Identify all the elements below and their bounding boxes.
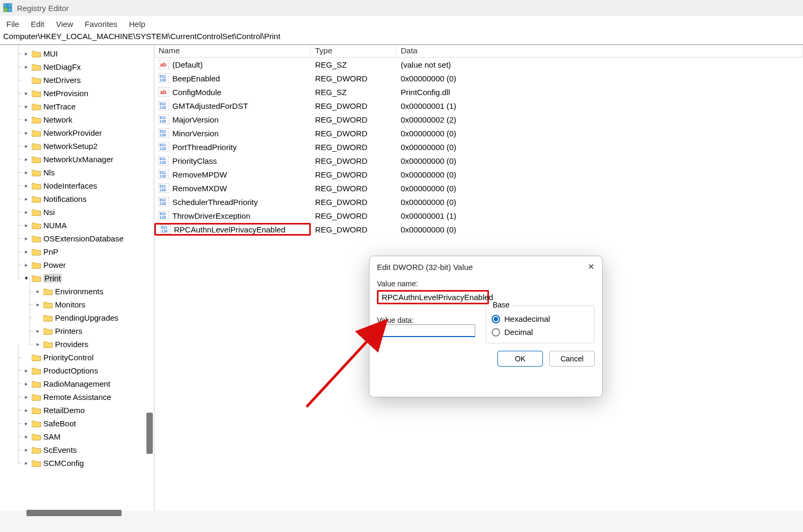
- tree-item-notifications[interactable]: Notifications: [5, 192, 154, 206]
- address-bar[interactable]: Computer\HKEY_LOCAL_MACHINE\SYSTEM\Curre…: [0, 32, 803, 44]
- value-row[interactable]: RemoveMXDWREG_DWORD0x00000000 (0): [154, 181, 803, 195]
- tree-item-osextensiondatabase[interactable]: OSExtensionDatabase: [5, 232, 154, 245]
- chevron-right-icon[interactable]: [23, 63, 30, 70]
- tree-item-monitors[interactable]: Monitors: [5, 298, 154, 311]
- radio-hexadecimal[interactable]: Hexadecimal: [492, 314, 589, 323]
- tree-item-prioritycontrol[interactable]: PriorityControl: [5, 351, 154, 364]
- base-group: Base Hexadecimal Decimal: [486, 305, 595, 343]
- tree-item-netdrivers[interactable]: NetDrivers: [5, 73, 154, 87]
- tree-item-numa[interactable]: NUMA: [5, 219, 154, 232]
- menu-file[interactable]: File: [6, 20, 19, 29]
- value-row[interactable]: ConfigModuleREG_SZPrintConfig.dll: [154, 85, 803, 99]
- tree-item-radiomanagement[interactable]: RadioManagement: [5, 377, 154, 390]
- valuedata-input[interactable]: [377, 324, 475, 337]
- tree-item-print[interactable]: Print: [5, 272, 154, 285]
- col-data[interactable]: Data: [396, 45, 803, 57]
- tree-item-label: ScEvents: [43, 445, 77, 454]
- tree-item-scmconfig[interactable]: SCMConfig: [5, 456, 154, 470]
- tree-item-sam[interactable]: SAM: [5, 430, 154, 443]
- tree-item-productoptions[interactable]: ProductOptions: [5, 364, 154, 377]
- chevron-down-icon[interactable]: [23, 275, 30, 282]
- tree-item-retaildemo[interactable]: RetailDemo: [5, 404, 154, 417]
- chevron-right-icon[interactable]: [23, 182, 30, 189]
- chevron-right-icon[interactable]: [23, 116, 30, 123]
- value-row[interactable]: (Default)REG_SZ(value not set): [154, 58, 803, 71]
- chevron-right-icon[interactable]: [23, 129, 30, 136]
- ok-button[interactable]: OK: [497, 351, 543, 367]
- tree-item-nsi[interactable]: Nsi: [5, 206, 154, 219]
- menu-help[interactable]: Help: [129, 20, 145, 29]
- menu-view[interactable]: View: [56, 20, 73, 29]
- tree-item-nodeinterfaces[interactable]: NodeInterfaces: [5, 179, 154, 192]
- chevron-right-icon[interactable]: [35, 341, 41, 348]
- value-row[interactable]: PriorityClassREG_DWORD0x00000000 (0): [154, 154, 803, 167]
- value-data: (value not set): [396, 60, 803, 69]
- tree-item-pnp[interactable]: PnP: [5, 245, 154, 258]
- value-row[interactable]: MajorVersionREG_DWORD0x00000002 (2): [154, 113, 803, 126]
- tree-item-nls[interactable]: Nls: [5, 166, 154, 179]
- chevron-right-icon[interactable]: [23, 446, 30, 453]
- value-row[interactable]: GMTAdjustedForDSTREG_DWORD0x00000001 (1): [154, 99, 803, 113]
- close-icon[interactable]: ✕: [588, 262, 595, 272]
- chevron-right-icon[interactable]: [23, 156, 30, 163]
- tree-item-safeboot[interactable]: SafeBoot: [5, 417, 154, 430]
- folder-icon: [32, 235, 41, 242]
- tree-item-network[interactable]: Network: [5, 113, 154, 126]
- value-name: PortThreadPriority: [172, 143, 237, 152]
- chevron-right-icon[interactable]: [23, 248, 30, 255]
- value-row[interactable]: MinorVersionREG_DWORD0x00000000 (0): [154, 126, 803, 140]
- value-row[interactable]: RPCAuthnLevelPrivacyEnabledREG_DWORD0x00…: [154, 222, 803, 236]
- tree-item-scevents[interactable]: ScEvents: [5, 443, 154, 456]
- tree-panel[interactable]: MUINetDiagFxNetDriversNetProvisionNetTra…: [0, 45, 154, 511]
- chevron-right-icon[interactable]: [23, 394, 30, 400]
- tree-item-remote-assistance[interactable]: Remote Assistance: [5, 390, 154, 404]
- chevron-right-icon[interactable]: [23, 50, 30, 57]
- menu-edit[interactable]: Edit: [31, 20, 44, 29]
- value-row[interactable]: ThrowDriverExceptionREG_DWORD0x00000001 …: [154, 209, 803, 222]
- tree-item-pendingupgrades[interactable]: PendingUpgrades: [5, 311, 154, 324]
- radio-decimal[interactable]: Decimal: [492, 328, 589, 337]
- value-row[interactable]: RemoveMPDWREG_DWORD0x00000000 (0): [154, 167, 803, 181]
- chevron-right-icon[interactable]: [23, 433, 30, 440]
- tree-item-networkuxmanager[interactable]: NetworkUxManager: [5, 153, 154, 166]
- tree-item-netdiagfx[interactable]: NetDiagFx: [5, 60, 154, 73]
- chevron-right-icon[interactable]: [35, 301, 41, 308]
- tree-item-networksetup2[interactable]: NetworkSetup2: [5, 139, 154, 153]
- tree-item-netprovision[interactable]: NetProvision: [5, 87, 154, 100]
- value-row[interactable]: BeepEnabledREG_DWORD0x00000000 (0): [154, 71, 803, 85]
- chevron-right-icon[interactable]: [23, 169, 30, 176]
- chevron-right-icon[interactable]: [23, 209, 30, 216]
- chevron-right-icon[interactable]: [23, 90, 30, 97]
- chevron-right-icon[interactable]: [23, 235, 30, 242]
- tree-item-mui[interactable]: MUI: [5, 47, 154, 60]
- tree-item-nettrace[interactable]: NetTrace: [5, 100, 154, 113]
- chevron-right-icon[interactable]: [23, 367, 30, 374]
- cancel-button[interactable]: Cancel: [549, 351, 595, 367]
- chevron-right-icon[interactable]: [23, 407, 30, 414]
- value-data: PrintConfig.dll: [396, 88, 803, 97]
- chevron-right-icon[interactable]: [35, 328, 41, 334]
- chevron-right-icon[interactable]: [23, 460, 30, 466]
- chevron-right-icon[interactable]: [23, 222, 30, 229]
- value-row[interactable]: SchedulerThreadPriorityREG_DWORD0x000000…: [154, 195, 803, 209]
- chevron-right-icon[interactable]: [23, 262, 30, 268]
- tree-item-label: NetTrace: [43, 102, 76, 111]
- tree-item-environments[interactable]: Environments: [5, 285, 154, 298]
- chevron-right-icon[interactable]: [23, 103, 30, 110]
- tree-item-power[interactable]: Power: [5, 258, 154, 272]
- value-row[interactable]: PortThreadPriorityREG_DWORD0x00000000 (0…: [154, 140, 803, 154]
- chevron-right-icon[interactable]: [23, 380, 30, 387]
- chevron-right-icon[interactable]: [23, 195, 30, 202]
- tree-item-printers[interactable]: Printers: [5, 324, 154, 338]
- col-name[interactable]: Name: [154, 45, 311, 57]
- value-type: REG_SZ: [311, 60, 396, 69]
- chevron-right-icon[interactable]: [23, 420, 30, 427]
- chevron-right-icon[interactable]: [35, 288, 41, 295]
- tree-hscrollbar[interactable]: [26, 510, 122, 516]
- menu-favorites[interactable]: Favorites: [85, 20, 117, 29]
- chevron-right-icon[interactable]: [23, 143, 30, 150]
- tree-item-networkprovider[interactable]: NetworkProvider: [5, 126, 154, 139]
- col-type[interactable]: Type: [311, 45, 396, 57]
- tree-item-label: Printers: [55, 326, 82, 335]
- tree-item-providers[interactable]: Providers: [5, 338, 154, 351]
